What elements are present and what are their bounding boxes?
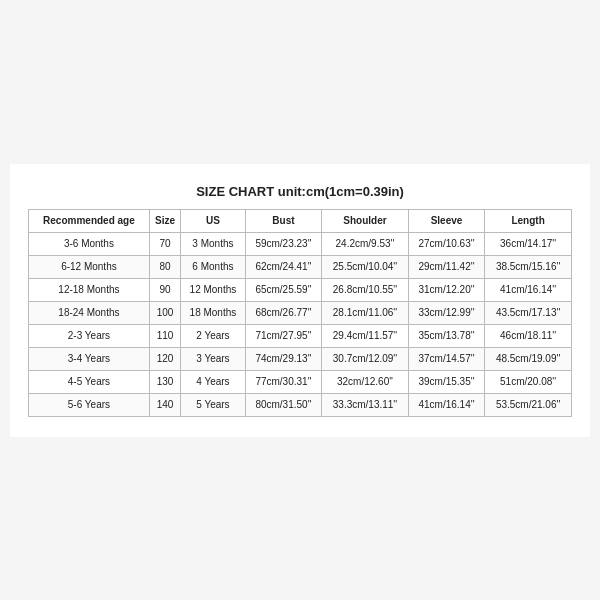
- table-cell: 74cm/29.13'': [245, 347, 321, 370]
- table-cell: 3 Months: [181, 232, 246, 255]
- table-cell: 51cm/20.08'': [485, 370, 572, 393]
- table-cell: 4-5 Years: [29, 370, 150, 393]
- table-cell: 53.5cm/21.06'': [485, 393, 572, 416]
- table-cell: 68cm/26.77'': [245, 301, 321, 324]
- table-cell: 120: [149, 347, 180, 370]
- table-cell: 28.1cm/11.06'': [322, 301, 409, 324]
- column-header: Bust: [245, 209, 321, 232]
- table-cell: 18 Months: [181, 301, 246, 324]
- table-cell: 62cm/24.41'': [245, 255, 321, 278]
- table-cell: 77cm/30.31'': [245, 370, 321, 393]
- column-header: Shoulder: [322, 209, 409, 232]
- table-cell: 70: [149, 232, 180, 255]
- table-cell: 25.5cm/10.04'': [322, 255, 409, 278]
- table-row: 3-4 Years1203 Years74cm/29.13''30.7cm/12…: [29, 347, 572, 370]
- table-row: 3-6 Months703 Months59cm/23.23''24.2cm/9…: [29, 232, 572, 255]
- column-header: Length: [485, 209, 572, 232]
- table-cell: 39cm/15.35'': [408, 370, 484, 393]
- table-row: 12-18 Months9012 Months65cm/25.59''26.8c…: [29, 278, 572, 301]
- table-row: 5-6 Years1405 Years80cm/31.50''33.3cm/13…: [29, 393, 572, 416]
- table-cell: 140: [149, 393, 180, 416]
- table-cell: 36cm/14.17'': [485, 232, 572, 255]
- column-header: Recommended age: [29, 209, 150, 232]
- table-cell: 5-6 Years: [29, 393, 150, 416]
- table-cell: 48.5cm/19.09'': [485, 347, 572, 370]
- table-cell: 29.4cm/11.57'': [322, 324, 409, 347]
- table-cell: 37cm/14.57'': [408, 347, 484, 370]
- table-cell: 6 Months: [181, 255, 246, 278]
- table-cell: 80cm/31.50'': [245, 393, 321, 416]
- table-cell: 130: [149, 370, 180, 393]
- table-cell: 4 Years: [181, 370, 246, 393]
- table-cell: 110: [149, 324, 180, 347]
- table-cell: 32cm/12.60'': [322, 370, 409, 393]
- table-cell: 41cm/16.14'': [408, 393, 484, 416]
- table-cell: 41cm/16.14'': [485, 278, 572, 301]
- table-cell: 24.2cm/9.53'': [322, 232, 409, 255]
- table-cell: 27cm/10.63'': [408, 232, 484, 255]
- table-cell: 35cm/13.78'': [408, 324, 484, 347]
- table-cell: 31cm/12.20'': [408, 278, 484, 301]
- table-cell: 2-3 Years: [29, 324, 150, 347]
- table-cell: 5 Years: [181, 393, 246, 416]
- chart-title: SIZE CHART unit:cm(1cm=0.39in): [28, 184, 572, 199]
- table-cell: 33.3cm/13.11'': [322, 393, 409, 416]
- table-body: 3-6 Months703 Months59cm/23.23''24.2cm/9…: [29, 232, 572, 416]
- table-cell: 46cm/18.11'': [485, 324, 572, 347]
- table-row: 18-24 Months10018 Months68cm/26.77''28.1…: [29, 301, 572, 324]
- table-cell: 12-18 Months: [29, 278, 150, 301]
- table-cell: 18-24 Months: [29, 301, 150, 324]
- table-row: 6-12 Months806 Months62cm/24.41''25.5cm/…: [29, 255, 572, 278]
- table-cell: 2 Years: [181, 324, 246, 347]
- table-cell: 26.8cm/10.55'': [322, 278, 409, 301]
- table-cell: 3-4 Years: [29, 347, 150, 370]
- table-cell: 12 Months: [181, 278, 246, 301]
- size-chart-table: Recommended ageSizeUSBustShoulderSleeveL…: [28, 209, 572, 417]
- table-row: 4-5 Years1304 Years77cm/30.31''32cm/12.6…: [29, 370, 572, 393]
- table-cell: 65cm/25.59'': [245, 278, 321, 301]
- table-cell: 6-12 Months: [29, 255, 150, 278]
- column-header: Sleeve: [408, 209, 484, 232]
- table-cell: 80: [149, 255, 180, 278]
- table-row: 2-3 Years1102 Years71cm/27.95''29.4cm/11…: [29, 324, 572, 347]
- table-cell: 3-6 Months: [29, 232, 150, 255]
- size-chart-container: SIZE CHART unit:cm(1cm=0.39in) Recommend…: [10, 164, 590, 437]
- column-header: Size: [149, 209, 180, 232]
- table-cell: 100: [149, 301, 180, 324]
- table-cell: 30.7cm/12.09'': [322, 347, 409, 370]
- table-cell: 90: [149, 278, 180, 301]
- table-cell: 38.5cm/15.16'': [485, 255, 572, 278]
- table-cell: 43.5cm/17.13'': [485, 301, 572, 324]
- table-cell: 59cm/23.23'': [245, 232, 321, 255]
- table-cell: 71cm/27.95'': [245, 324, 321, 347]
- table-cell: 29cm/11.42'': [408, 255, 484, 278]
- table-cell: 3 Years: [181, 347, 246, 370]
- table-header-row: Recommended ageSizeUSBustShoulderSleeveL…: [29, 209, 572, 232]
- column-header: US: [181, 209, 246, 232]
- table-cell: 33cm/12.99'': [408, 301, 484, 324]
